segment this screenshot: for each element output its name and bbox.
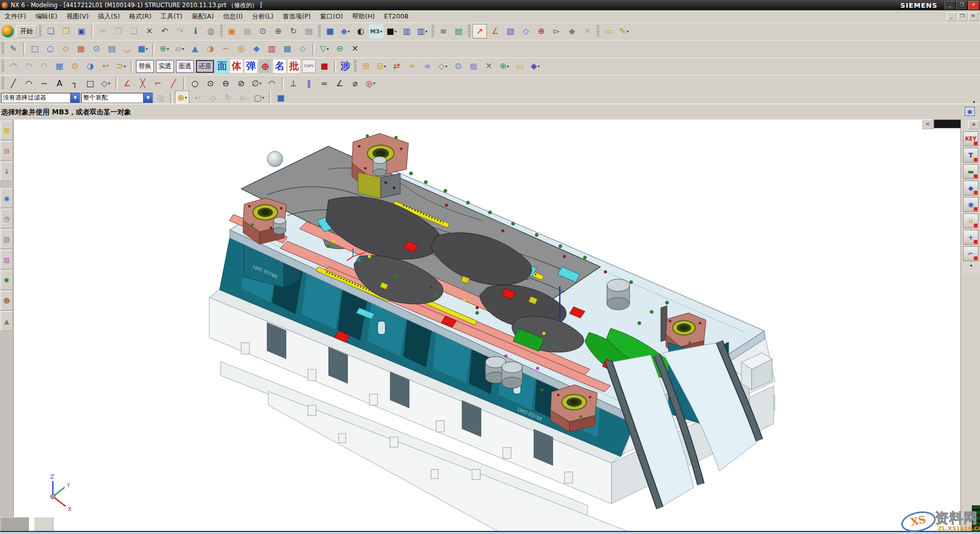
name-tool-char[interactable]: 名 (273, 60, 286, 73)
palette-post-part[interactable]: + (963, 230, 978, 245)
arc-icon[interactable]: ◠ (22, 76, 36, 91)
child-close-button[interactable]: ✕ (968, 12, 978, 21)
copy-icon[interactable]: ❐ (111, 24, 126, 38)
ruled-surface-icon[interactable]: ◠ (22, 59, 36, 73)
splitter-handle[interactable] (34, 517, 53, 532)
history-tab[interactable]: ◷ (1, 209, 13, 228)
palette-elbow-part[interactable]: ⌐ (963, 246, 978, 261)
shaded-style-icon[interactable]: ■ (323, 24, 337, 38)
menu-format[interactable]: 格式(R) (125, 11, 156, 21)
information-icon[interactable]: ℹ (188, 24, 203, 38)
diameter-constraint-icon[interactable]: ⌀ (348, 76, 362, 91)
ellipse-icon[interactable]: ∅▾ (249, 76, 264, 91)
roles-tab[interactable]: ☻ (1, 291, 13, 310)
block-icon[interactable]: □ (28, 42, 42, 56)
perpendicular-constraint-icon[interactable]: ⊥ (286, 76, 301, 91)
equal-constraint-icon[interactable]: = (317, 76, 331, 91)
selection-filter-dropdown[interactable]: 没有选择过滤器▼ (1, 93, 80, 103)
restore-button[interactable]: 还原 (196, 60, 214, 73)
circle-trim-icon[interactable]: ⊖ (219, 76, 233, 91)
process-studio-tab[interactable]: ✱ (1, 270, 13, 290)
csys-link-icon[interactable]: ◆▾ (528, 59, 542, 73)
clip-work-section-icon[interactable]: ▥▾ (415, 24, 429, 38)
part-navigator-tab[interactable]: ⇓ (1, 162, 13, 181)
redo-icon[interactable]: ↷ (173, 24, 187, 38)
minimize-button[interactable]: _ (945, 1, 955, 10)
menu-preferences[interactable]: 首选项(P) (278, 11, 316, 21)
text-icon[interactable]: A (52, 76, 67, 91)
profile-line-icon[interactable]: ╱ (166, 76, 181, 91)
rendering-style-icon[interactable]: ◆▾ (338, 24, 352, 38)
menu-information[interactable]: 信息(I) (219, 11, 247, 21)
extrude-icon[interactable]: ▲ (188, 42, 202, 56)
center-target-char[interactable]: ⊕ (259, 60, 271, 73)
rectangle-select-icon[interactable]: ▢▾ (252, 91, 266, 105)
close-button[interactable]: ✕ (968, 1, 979, 10)
grid-link-icon[interactable]: ▦ (466, 59, 481, 73)
palette-flange-part[interactable]: ◉ (963, 197, 978, 212)
drape-icon[interactable]: ◑ (83, 59, 97, 73)
palette-cup-part[interactable]: ∪ (963, 213, 978, 228)
find-component-icon[interactable]: ◎ (153, 91, 168, 105)
zoom-box-icon[interactable]: ⊙ (256, 24, 270, 38)
datum-angle-icon[interactable]: ∠ (488, 24, 502, 38)
constraint-navigator-tab[interactable]: ⊟ (1, 141, 13, 161)
menu-tools[interactable]: 工具(T) (156, 11, 187, 21)
swap-links-icon[interactable]: ⇄ (389, 59, 404, 73)
interpart-link-icon[interactable]: ∞ (420, 59, 435, 73)
fullscreen-icon[interactable]: ▣ (965, 107, 975, 116)
replace-button[interactable]: 替换 (136, 60, 154, 73)
funnel-point-icon[interactable]: ▽▾ (317, 42, 331, 56)
menu-help[interactable]: 帮助(H) (347, 11, 379, 21)
lock-plus-icon[interactable]: ⊞ (359, 59, 373, 73)
object-display-icon[interactable]: ▧ (503, 24, 518, 38)
new-file-icon[interactable]: ❏ (44, 24, 58, 38)
visual-materials-tab[interactable]: ▧ (1, 250, 13, 269)
menu-window[interactable]: 窗口(O) (316, 11, 348, 21)
m3-layer-button[interactable]: M3▾ (369, 24, 383, 38)
datum-csys-icon[interactable]: ↗ (473, 24, 487, 38)
curve-mesh-icon[interactable]: ▦ (52, 59, 67, 73)
arc-fillet-icon[interactable]: ◠ (265, 76, 279, 91)
zoom-in-out-icon[interactable]: ⊕ (271, 24, 285, 38)
copy-tool-tile[interactable]: COPY (302, 60, 316, 73)
profile-cross-icon[interactable]: ╳ (135, 76, 150, 91)
scroll-left-button[interactable]: < (922, 120, 934, 129)
snap-crosshair-icon[interactable]: ⊕▾ (175, 91, 189, 105)
remove-parameter-icon[interactable]: ⊖ (332, 42, 347, 56)
shaded-cube-icon[interactable]: ■ (273, 91, 288, 105)
studio-spline-icon[interactable]: ◇▾ (99, 76, 113, 91)
fillet-corner-icon[interactable]: ┐ (68, 76, 82, 91)
lock-minus-icon[interactable]: ⊟▾ (374, 59, 388, 73)
menu-insert[interactable]: 插入(S) (93, 11, 125, 21)
delete-icon[interactable]: ✕ (142, 24, 156, 38)
pad-icon[interactable]: ▤ (105, 42, 119, 56)
rotate-view-icon[interactable]: ↻ (286, 24, 301, 38)
pointer-select-icon[interactable]: ▻ (237, 91, 251, 105)
solid-select-icon[interactable]: ◇ (206, 91, 220, 105)
wave-link-icon[interactable]: ≈ (405, 59, 419, 73)
system-materials-tab[interactable]: ▤ (1, 229, 13, 249)
pattern-icon[interactable]: ▥ (265, 42, 279, 56)
mesh-icon[interactable]: ▦ (74, 42, 88, 56)
face-tool-char[interactable]: 面 (216, 60, 228, 73)
menu-analysis[interactable]: 分析(L) (247, 11, 278, 21)
through-curves-icon[interactable]: ◠ (37, 59, 51, 73)
trim-body-icon[interactable]: ◇ (296, 42, 310, 56)
center-link-icon[interactable]: ⊙ (451, 59, 465, 73)
red-block-icon[interactable]: ■ (317, 59, 331, 73)
line-icon[interactable]: ╱ (6, 76, 21, 91)
palette-bracket-part[interactable]: ◆ (963, 181, 978, 195)
cone-icon[interactable]: ◇ (58, 42, 73, 56)
palette-collapse-arrow[interactable]: ◂ (961, 263, 980, 268)
undo-selection-icon[interactable]: ↩ (190, 91, 205, 105)
sweep-icon[interactable]: ∼ (219, 42, 233, 56)
fit-view-icon[interactable]: ▣ (225, 24, 239, 38)
palette-expand-button[interactable]: > (968, 121, 979, 129)
menu-assemblies[interactable]: 装配(A) (187, 11, 218, 21)
child-minimize-button[interactable]: _ (947, 12, 956, 21)
boolean-cube-icon[interactable]: ■▾ (135, 42, 150, 56)
layer-visible-icon[interactable]: ▤ (452, 24, 466, 38)
circle-center-icon[interactable]: ⊙ (203, 76, 218, 91)
cut-icon[interactable]: ✂ (96, 24, 110, 38)
